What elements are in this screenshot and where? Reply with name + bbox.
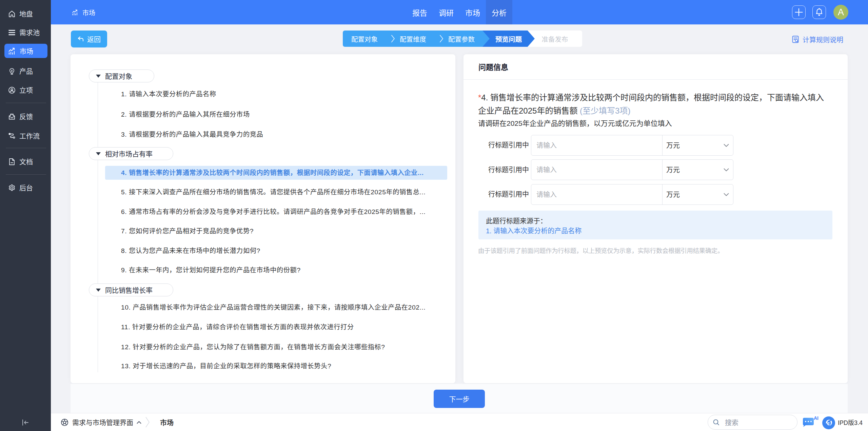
svg-text:AI: AI [814, 416, 818, 421]
